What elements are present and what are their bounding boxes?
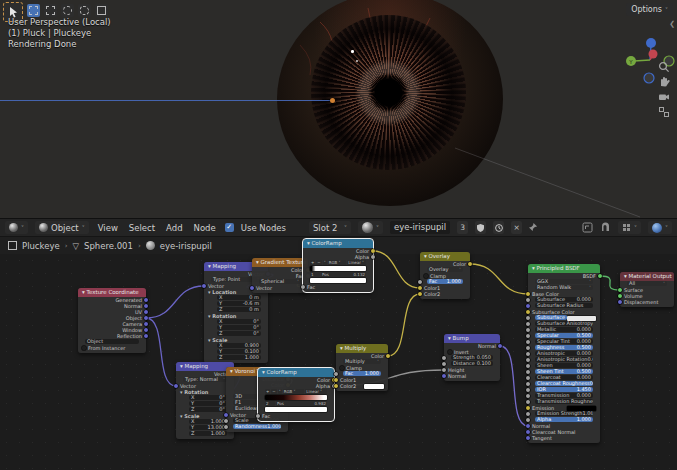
shader-type-dropdown[interactable]: Object ˅ xyxy=(35,221,89,234)
socket[interactable] xyxy=(526,298,530,302)
zoom-icon[interactable] xyxy=(658,61,670,73)
camera-view-icon[interactable] xyxy=(658,91,670,103)
multiply-dropdown[interactable]: Multiply˅ xyxy=(343,359,381,364)
breadcrumb-mesh[interactable]: Sphere.001 xyxy=(84,241,133,251)
node-header-material-output[interactable]: ▾ Material Output xyxy=(620,272,674,281)
ramp-stop-color-swatch[interactable] xyxy=(310,278,366,283)
socket[interactable] xyxy=(144,304,148,308)
node-bump[interactable]: ▾ BumpNormalInvertStrength0.050Distance0… xyxy=(444,334,500,381)
socket[interactable] xyxy=(526,352,530,356)
node-header-principled-bsdf[interactable]: ▾ Principled BSDF xyxy=(528,264,600,273)
menu-select[interactable]: Select xyxy=(127,223,157,233)
socket[interactable] xyxy=(250,286,254,290)
node-colorramp-bottom[interactable]: ▾ ColorRampColorAlpha+−˅RGB ˅Linear ˅2Po… xyxy=(258,368,334,421)
node-gradient-texture[interactable]: ▾ Gradient TextureColorFacSpherical˅Vect… xyxy=(252,258,308,293)
socket[interactable] xyxy=(442,368,446,372)
row-z[interactable]: Z1.000 xyxy=(176,431,234,437)
node-colorramp-top[interactable]: ▾ ColorRampColorAlpha+−˅RGB ˅Linear ˅1Po… xyxy=(303,239,373,292)
fake-user-shield-button[interactable] xyxy=(475,221,486,234)
socket[interactable] xyxy=(498,344,502,348)
socket[interactable] xyxy=(144,322,148,326)
socket[interactable] xyxy=(526,346,530,350)
ramp-stop-position[interactable]: Pos0.982 xyxy=(276,401,327,406)
socket[interactable] xyxy=(224,413,228,417)
ramp-control-rgb[interactable]: RGB ˅ xyxy=(283,389,305,394)
socket[interactable] xyxy=(174,384,178,388)
ggx-dropdown[interactable]: GGX˅ xyxy=(535,279,593,284)
socket[interactable] xyxy=(526,400,530,404)
socket[interactable] xyxy=(386,354,390,358)
material-name-field[interactable]: eye-irispupil xyxy=(390,221,450,234)
socket[interactable] xyxy=(334,384,338,388)
socket[interactable] xyxy=(526,310,530,314)
row-z[interactable]: Z1.000 xyxy=(204,355,268,361)
use-nodes-checkbox[interactable]: ✓ xyxy=(225,223,234,232)
gizmo-x-axis[interactable] xyxy=(649,50,658,59)
ramp-control-linear[interactable]: Linear ˅ xyxy=(305,389,327,394)
socket[interactable] xyxy=(526,376,530,380)
select-circle-button[interactable] xyxy=(61,4,74,17)
ramp-stop-index[interactable]: 1 xyxy=(310,272,320,277)
node-header-colorramp-bottom[interactable]: ▾ ColorRamp xyxy=(258,368,334,377)
select-lasso-button[interactable] xyxy=(78,4,91,17)
collapse-arrow-icon[interactable]: ❮ xyxy=(669,20,675,28)
browse-material-dropdown[interactable]: ˅ xyxy=(358,221,383,234)
from-instancer-checkbox[interactable] xyxy=(82,346,86,350)
colorramp-gradient[interactable] xyxy=(265,395,327,400)
node-multiply[interactable]: ▾ MultiplyColorMultiply˅ClampFac1.000Col… xyxy=(336,344,388,391)
node-header-multiply[interactable]: ▾ Multiply xyxy=(336,344,388,353)
row-color2[interactable]: Color2 xyxy=(336,383,388,389)
socket[interactable] xyxy=(144,310,148,314)
magnet-snap-icon[interactable] xyxy=(600,222,611,233)
socket[interactable] xyxy=(418,292,422,296)
node-header-gradient-texture[interactable]: ▾ Gradient Texture xyxy=(252,258,308,267)
socket[interactable] xyxy=(526,424,530,428)
socket[interactable] xyxy=(418,280,422,284)
socket[interactable] xyxy=(144,334,148,338)
random-walk-dropdown[interactable]: Random Walk˅ xyxy=(535,285,593,290)
socket[interactable] xyxy=(526,370,530,374)
pin-icon[interactable] xyxy=(529,223,538,232)
node-texture-coordinate[interactable]: ▾ Texture CoordinateGeneratedNormalUVObj… xyxy=(78,288,146,353)
cursor-tool-button[interactable] xyxy=(95,4,108,17)
socket[interactable] xyxy=(301,285,305,289)
socket[interactable] xyxy=(618,300,622,304)
snapping-options-dropdown[interactable]: ˅ xyxy=(618,221,641,234)
ramp-control-[interactable]: ˅ xyxy=(278,389,282,394)
socket[interactable] xyxy=(371,249,375,253)
socket[interactable] xyxy=(526,406,530,410)
socket[interactable] xyxy=(144,328,148,332)
node-header-texture-coordinate[interactable]: ▾ Texture Coordinate xyxy=(78,288,146,297)
node-material-output[interactable]: ▾ Material OutputAll˅SurfaceVolumeDispla… xyxy=(620,272,674,307)
socket[interactable] xyxy=(442,356,446,360)
socket[interactable] xyxy=(442,362,446,366)
ramp-stop-position[interactable]: Pos0.132 xyxy=(321,272,366,277)
row-randomness[interactable]: Randomness1.000 xyxy=(226,424,288,430)
unlink-material-button[interactable]: × xyxy=(511,221,522,234)
node-header-overlay[interactable]: ▾ Overlay xyxy=(420,252,470,261)
emission-color-swatch[interactable] xyxy=(567,406,596,411)
socket[interactable] xyxy=(618,294,622,298)
ramp-control-[interactable]: − xyxy=(316,260,321,265)
socket[interactable] xyxy=(256,414,260,418)
overlay-dropdown[interactable]: Overlay˅ xyxy=(427,267,463,272)
node-header-bump[interactable]: ▾ Bump xyxy=(444,334,500,343)
socket[interactable] xyxy=(526,364,530,368)
menu-view[interactable]: View xyxy=(96,223,120,233)
socket[interactable] xyxy=(598,274,602,278)
slot-dropdown[interactable]: Slot 2 ˅ xyxy=(309,221,351,234)
socket[interactable] xyxy=(526,436,530,440)
socket[interactable] xyxy=(144,316,148,320)
ramp-control-[interactable]: ˅ xyxy=(323,260,327,265)
node-principled-bsdf[interactable]: ▾ Principled BSDFBSDFGGX˅Random Walk˅Bas… xyxy=(528,264,600,443)
socket[interactable] xyxy=(468,262,472,266)
invert-checkbox[interactable] xyxy=(448,350,452,354)
menu-node[interactable]: Node xyxy=(192,223,218,233)
type-normal-dropdown[interactable]: Type: Normal˅ xyxy=(183,377,227,382)
ramp-stop-index[interactable]: 2 xyxy=(265,401,275,406)
color2-color-swatch[interactable] xyxy=(364,384,384,389)
options-button[interactable]: Options ˅ xyxy=(626,3,673,16)
breadcrumb-object[interactable]: Pluckeye xyxy=(22,241,60,251)
socket[interactable] xyxy=(618,288,622,292)
socket[interactable] xyxy=(526,334,530,338)
